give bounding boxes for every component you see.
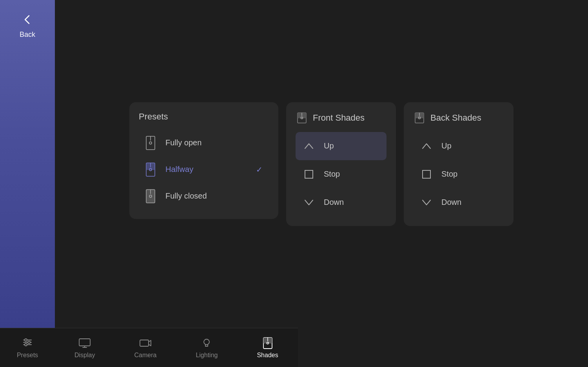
back-shades-card: Back Shades Up S bbox=[404, 102, 514, 226]
front-shades-up[interactable]: Up bbox=[296, 132, 387, 160]
presets-title: Presets bbox=[139, 112, 168, 122]
preset-label-fully-open: Fully open bbox=[165, 138, 201, 147]
back-shades-icon bbox=[413, 112, 426, 124]
svg-point-21 bbox=[25, 339, 27, 341]
svg-rect-14 bbox=[305, 170, 313, 178]
nav-item-shades[interactable]: Shades bbox=[237, 333, 298, 363]
back-shades-up[interactable]: Up bbox=[413, 132, 504, 160]
nav-camera-label: Camera bbox=[134, 352, 156, 359]
back-label: Back bbox=[20, 31, 35, 39]
camera-icon bbox=[139, 337, 152, 349]
bottom-area: Presets Display Camera bbox=[0, 328, 588, 367]
nav-item-display[interactable]: Display bbox=[55, 333, 114, 363]
front-shades-card: Front Shades Up bbox=[286, 102, 396, 226]
sidebar-presets-label: Presets bbox=[17, 352, 38, 359]
nav-item-camera[interactable]: Camera bbox=[114, 333, 176, 363]
stop-icon bbox=[302, 167, 316, 181]
svg-rect-19 bbox=[423, 170, 430, 178]
svg-point-1 bbox=[149, 142, 152, 144]
back-stop-label: Stop bbox=[441, 170, 457, 179]
nav-shades-label: Shades bbox=[257, 352, 278, 359]
back-stop-icon bbox=[419, 167, 434, 181]
presets-card-header: Presets bbox=[139, 112, 269, 122]
back-shades-down[interactable]: Down bbox=[413, 188, 504, 217]
svg-rect-26 bbox=[79, 339, 90, 346]
nav-lighting-label: Lighting bbox=[196, 352, 218, 359]
back-shades-title: Back Shades bbox=[430, 113, 481, 123]
svg-rect-29 bbox=[140, 340, 149, 346]
front-stop-label: Stop bbox=[324, 170, 340, 179]
fully-closed-icon bbox=[143, 189, 158, 203]
front-shades-title: Front Shades bbox=[313, 113, 365, 123]
sidebar-nav-presets[interactable]: Presets bbox=[0, 328, 55, 367]
cards-container: Presets Fully open bbox=[129, 102, 514, 226]
presets-nav-icon bbox=[22, 337, 33, 349]
svg-point-25 bbox=[25, 343, 27, 346]
back-shades-header: Back Shades bbox=[413, 112, 504, 124]
main-content: Presets Fully open bbox=[55, 0, 588, 328]
shades-icon bbox=[261, 337, 274, 349]
preset-item-fully-open[interactable]: Fully open bbox=[139, 130, 269, 156]
back-up-icon bbox=[419, 139, 434, 153]
svg-point-23 bbox=[28, 341, 30, 343]
preset-label-halfway: Halfway bbox=[165, 165, 193, 174]
back-shades-stop[interactable]: Stop bbox=[413, 160, 504, 188]
front-shades-down[interactable]: Down bbox=[296, 188, 387, 217]
nav-display-label: Display bbox=[74, 352, 95, 359]
halfway-icon bbox=[143, 163, 158, 177]
sidebar: Back bbox=[0, 0, 55, 328]
back-down-icon bbox=[419, 195, 434, 210]
front-up-label: Up bbox=[324, 141, 334, 150]
preset-item-halfway[interactable]: Halfway ✓ bbox=[139, 156, 269, 183]
front-shades-icon bbox=[296, 112, 308, 124]
down-icon bbox=[302, 195, 316, 210]
svg-point-30 bbox=[204, 339, 209, 345]
preset-label-fully-closed: Fully closed bbox=[165, 192, 207, 201]
preset-item-fully-closed[interactable]: Fully closed bbox=[139, 183, 269, 210]
nav-item-lighting[interactable]: Lighting bbox=[176, 333, 237, 363]
fully-open-icon bbox=[143, 136, 158, 150]
presets-card: Presets Fully open bbox=[129, 102, 278, 219]
front-shades-stop[interactable]: Stop bbox=[296, 160, 387, 188]
front-shades-header: Front Shades bbox=[296, 112, 387, 124]
display-icon bbox=[78, 337, 91, 349]
bottom-nav: Display Camera Lighting bbox=[55, 328, 298, 367]
lighting-icon bbox=[200, 337, 213, 349]
front-down-label: Down bbox=[324, 198, 344, 207]
back-up-label: Up bbox=[441, 141, 452, 150]
back-button[interactable]: Back bbox=[20, 12, 35, 39]
up-icon bbox=[302, 139, 316, 153]
halfway-checkmark: ✓ bbox=[256, 165, 263, 174]
back-arrow-icon bbox=[20, 12, 35, 27]
back-down-label: Down bbox=[441, 198, 461, 207]
